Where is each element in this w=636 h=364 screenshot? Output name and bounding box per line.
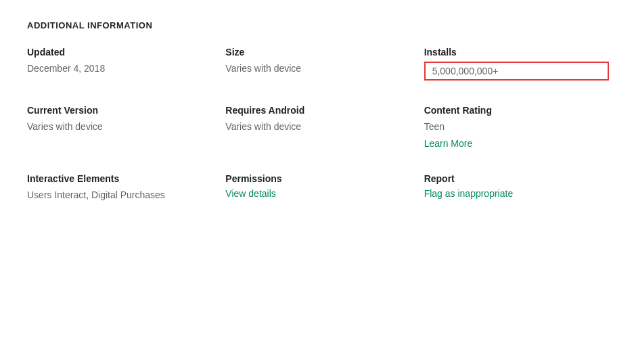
info-cell-content-rating: Content RatingTeenLearn More (424, 105, 609, 149)
info-cell-permissions: PermissionsView details (225, 173, 410, 202)
info-label-requires-android: Requires Android (225, 105, 410, 116)
info-cell-size: SizeVaries with device (225, 47, 410, 81)
info-link-report[interactable]: Flag as inappropriate (424, 188, 609, 199)
info-cell-interactive-elements: Interactive ElementsUsers Interact, Digi… (27, 173, 212, 202)
info-label-size: Size (225, 47, 410, 58)
info-label-report: Report (424, 173, 609, 184)
additional-info-section: ADDITIONAL INFORMATION UpdatedDecember 4… (27, 20, 609, 202)
info-label-permissions: Permissions (225, 173, 410, 184)
info-cell-report: ReportFlag as inappropriate (424, 173, 609, 202)
info-link-permissions[interactable]: View details (225, 188, 410, 199)
info-cell-updated: UpdatedDecember 4, 2018 (27, 47, 212, 81)
section-title: ADDITIONAL INFORMATION (27, 20, 609, 30)
info-cell-requires-android: Requires AndroidVaries with device (225, 105, 410, 149)
info-value-content-rating: Teen (424, 120, 609, 134)
info-label-interactive-elements: Interactive Elements (27, 173, 212, 184)
info-cell-current-version: Current VersionVaries with device (27, 105, 212, 149)
info-value-updated: December 4, 2018 (27, 62, 212, 76)
info-label-updated: Updated (27, 47, 212, 58)
info-value-interactive-elements: Users Interact, Digital Purchases (27, 188, 212, 202)
info-value-size: Varies with device (225, 62, 410, 76)
info-label-installs: Installs (424, 47, 609, 58)
info-grid: UpdatedDecember 4, 2018SizeVaries with d… (27, 47, 609, 202)
info-value-current-version: Varies with device (27, 120, 212, 134)
info-value-installs: 5,000,000,000+ (424, 62, 609, 81)
info-extra-link-content-rating[interactable]: Learn More (424, 138, 609, 149)
info-label-content-rating: Content Rating (424, 105, 609, 116)
info-label-current-version: Current Version (27, 105, 212, 116)
info-cell-installs: Installs5,000,000,000+ (424, 47, 609, 81)
info-value-requires-android: Varies with device (225, 120, 410, 134)
